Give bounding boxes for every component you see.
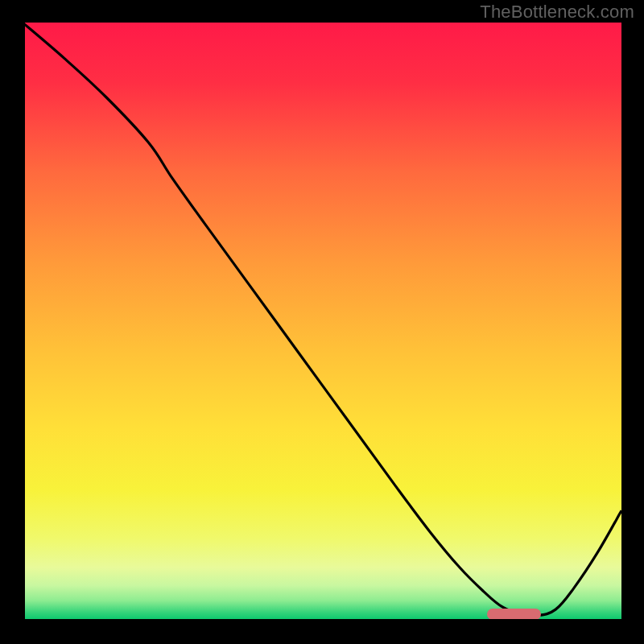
chart-curve-line (23, 23, 621, 621)
y-axis (23, 23, 25, 621)
chart-axes (23, 23, 621, 621)
watermark-text: TheBottleneck.com (480, 2, 634, 23)
x-axis (23, 619, 621, 621)
page-root: TheBottleneck.com (0, 0, 644, 644)
optimum-marker-pill (487, 609, 541, 620)
